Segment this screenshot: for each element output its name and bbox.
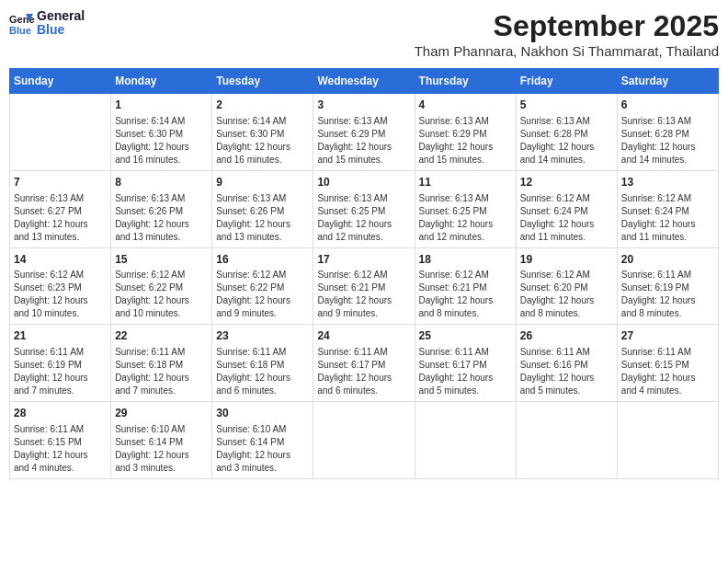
day-number: 17 xyxy=(317,252,410,268)
day-number: 26 xyxy=(520,328,613,344)
calendar-cell: 12Sunrise: 6:12 AM Sunset: 6:24 PM Dayli… xyxy=(516,170,617,247)
day-number: 19 xyxy=(520,252,613,268)
calendar-cell: 11Sunrise: 6:13 AM Sunset: 6:25 PM Dayli… xyxy=(415,170,516,247)
day-info: Sunrise: 6:13 AM Sunset: 6:25 PM Dayligh… xyxy=(419,192,512,244)
calendar-cell: 27Sunrise: 6:11 AM Sunset: 6:15 PM Dayli… xyxy=(617,325,718,402)
day-number: 7 xyxy=(14,175,107,190)
day-number: 3 xyxy=(317,98,410,113)
calendar-subtitle: Tham Phannara, Nakhon Si Thammarat, Thai… xyxy=(415,43,719,59)
day-number: 10 xyxy=(317,175,410,190)
calendar-cell: 3Sunrise: 6:13 AM Sunset: 6:29 PM Daylig… xyxy=(313,94,415,171)
day-info: Sunrise: 6:11 AM Sunset: 6:19 PM Dayligh… xyxy=(14,346,107,397)
header-thursday: Thursday xyxy=(415,69,516,94)
day-number: 14 xyxy=(14,252,107,268)
calendar-cell: 18Sunrise: 6:12 AM Sunset: 6:21 PM Dayli… xyxy=(415,247,516,325)
header-monday: Monday xyxy=(111,69,212,94)
day-info: Sunrise: 6:14 AM Sunset: 6:30 PM Dayligh… xyxy=(216,115,309,167)
day-info: Sunrise: 6:13 AM Sunset: 6:26 PM Dayligh… xyxy=(216,192,309,244)
day-number: 16 xyxy=(216,252,309,268)
day-number: 5 xyxy=(520,98,613,113)
calendar-cell: 8Sunrise: 6:13 AM Sunset: 6:26 PM Daylig… xyxy=(111,170,212,247)
day-info: Sunrise: 6:13 AM Sunset: 6:28 PM Dayligh… xyxy=(520,115,613,167)
day-number: 18 xyxy=(419,252,512,268)
week-row-1: 1Sunrise: 6:14 AM Sunset: 6:30 PM Daylig… xyxy=(10,94,719,171)
day-number: 2 xyxy=(216,98,309,113)
day-info: Sunrise: 6:10 AM Sunset: 6:14 PM Dayligh… xyxy=(115,423,208,475)
day-info: Sunrise: 6:12 AM Sunset: 6:20 PM Dayligh… xyxy=(520,269,613,320)
calendar-cell: 1Sunrise: 6:14 AM Sunset: 6:30 PM Daylig… xyxy=(111,94,212,171)
header-friday: Friday xyxy=(516,69,617,94)
day-info: Sunrise: 6:13 AM Sunset: 6:28 PM Dayligh… xyxy=(621,115,714,167)
day-info: Sunrise: 6:12 AM Sunset: 6:21 PM Dayligh… xyxy=(317,269,410,320)
header-tuesday: Tuesday xyxy=(212,69,313,94)
day-number: 27 xyxy=(621,328,714,344)
calendar-cell: 14Sunrise: 6:12 AM Sunset: 6:23 PM Dayli… xyxy=(10,247,111,325)
day-number: 21 xyxy=(14,328,107,344)
calendar-cell: 26Sunrise: 6:11 AM Sunset: 6:16 PM Dayli… xyxy=(516,325,617,402)
header-saturday: Saturday xyxy=(617,69,718,94)
logo: General Blue General Blue xyxy=(9,9,85,38)
calendar-cell xyxy=(617,402,718,479)
day-number: 13 xyxy=(621,175,714,190)
svg-text:Blue: Blue xyxy=(9,25,31,36)
calendar-cell: 22Sunrise: 6:11 AM Sunset: 6:18 PM Dayli… xyxy=(111,325,212,402)
day-info: Sunrise: 6:13 AM Sunset: 6:25 PM Dayligh… xyxy=(317,192,410,244)
logo-general: General xyxy=(37,9,85,23)
day-info: Sunrise: 6:10 AM Sunset: 6:14 PM Dayligh… xyxy=(216,423,309,475)
day-info: Sunrise: 6:12 AM Sunset: 6:24 PM Dayligh… xyxy=(520,192,613,244)
calendar-cell: 15Sunrise: 6:12 AM Sunset: 6:22 PM Dayli… xyxy=(111,247,212,325)
calendar-cell: 17Sunrise: 6:12 AM Sunset: 6:21 PM Dayli… xyxy=(313,247,415,325)
day-info: Sunrise: 6:12 AM Sunset: 6:21 PM Dayligh… xyxy=(419,269,512,320)
calendar-cell: 13Sunrise: 6:12 AM Sunset: 6:24 PM Dayli… xyxy=(617,170,718,247)
day-number: 29 xyxy=(115,406,208,421)
day-number: 23 xyxy=(216,328,309,344)
day-info: Sunrise: 6:11 AM Sunset: 6:17 PM Dayligh… xyxy=(419,346,512,397)
day-info: Sunrise: 6:11 AM Sunset: 6:15 PM Dayligh… xyxy=(621,346,714,397)
calendar-cell: 5Sunrise: 6:13 AM Sunset: 6:28 PM Daylig… xyxy=(516,94,617,171)
day-number: 11 xyxy=(419,175,512,190)
day-info: Sunrise: 6:11 AM Sunset: 6:15 PM Dayligh… xyxy=(14,423,107,475)
day-info: Sunrise: 6:11 AM Sunset: 6:18 PM Dayligh… xyxy=(216,346,309,397)
day-number: 4 xyxy=(419,98,512,113)
week-row-2: 7Sunrise: 6:13 AM Sunset: 6:27 PM Daylig… xyxy=(10,170,719,247)
day-info: Sunrise: 6:13 AM Sunset: 6:26 PM Dayligh… xyxy=(115,192,208,244)
calendar-cell xyxy=(10,94,111,171)
day-number: 28 xyxy=(14,406,107,421)
days-header-row: SundayMondayTuesdayWednesdayThursdayFrid… xyxy=(10,69,719,94)
day-number: 9 xyxy=(216,175,309,190)
day-number: 30 xyxy=(216,406,309,421)
day-number: 8 xyxy=(115,175,208,190)
calendar-cell: 30Sunrise: 6:10 AM Sunset: 6:14 PM Dayli… xyxy=(212,402,313,479)
calendar-cell: 6Sunrise: 6:13 AM Sunset: 6:28 PM Daylig… xyxy=(617,94,718,171)
day-number: 24 xyxy=(317,328,410,344)
day-number: 1 xyxy=(115,98,208,113)
calendar-cell xyxy=(516,402,617,479)
day-info: Sunrise: 6:13 AM Sunset: 6:29 PM Dayligh… xyxy=(317,115,410,167)
day-number: 20 xyxy=(621,252,714,268)
header-wednesday: Wednesday xyxy=(313,69,415,94)
day-info: Sunrise: 6:13 AM Sunset: 6:27 PM Dayligh… xyxy=(14,192,107,244)
day-info: Sunrise: 6:12 AM Sunset: 6:22 PM Dayligh… xyxy=(216,269,309,320)
day-info: Sunrise: 6:11 AM Sunset: 6:19 PM Dayligh… xyxy=(621,269,714,320)
calendar-cell: 4Sunrise: 6:13 AM Sunset: 6:29 PM Daylig… xyxy=(415,94,516,171)
logo-icon: General Blue xyxy=(9,10,35,36)
calendar-cell: 24Sunrise: 6:11 AM Sunset: 6:17 PM Dayli… xyxy=(313,325,415,402)
day-number: 15 xyxy=(115,252,208,268)
week-row-4: 21Sunrise: 6:11 AM Sunset: 6:19 PM Dayli… xyxy=(10,325,719,402)
calendar-cell: 29Sunrise: 6:10 AM Sunset: 6:14 PM Dayli… xyxy=(111,402,212,479)
calendar-cell: 21Sunrise: 6:11 AM Sunset: 6:19 PM Dayli… xyxy=(10,325,111,402)
calendar-table: SundayMondayTuesdayWednesdayThursdayFrid… xyxy=(9,68,719,479)
calendar-cell: 20Sunrise: 6:11 AM Sunset: 6:19 PM Dayli… xyxy=(617,247,718,325)
day-number: 12 xyxy=(520,175,613,190)
calendar-cell: 7Sunrise: 6:13 AM Sunset: 6:27 PM Daylig… xyxy=(10,170,111,247)
calendar-cell: 9Sunrise: 6:13 AM Sunset: 6:26 PM Daylig… xyxy=(212,170,313,247)
day-info: Sunrise: 6:13 AM Sunset: 6:29 PM Dayligh… xyxy=(419,115,512,167)
day-info: Sunrise: 6:12 AM Sunset: 6:22 PM Dayligh… xyxy=(115,269,208,320)
calendar-cell: 23Sunrise: 6:11 AM Sunset: 6:18 PM Dayli… xyxy=(212,325,313,402)
calendar-cell: 28Sunrise: 6:11 AM Sunset: 6:15 PM Dayli… xyxy=(10,402,111,479)
week-row-5: 28Sunrise: 6:11 AM Sunset: 6:15 PM Dayli… xyxy=(10,402,719,479)
day-number: 6 xyxy=(621,98,714,113)
calendar-cell: 16Sunrise: 6:12 AM Sunset: 6:22 PM Dayli… xyxy=(212,247,313,325)
calendar-cell: 19Sunrise: 6:12 AM Sunset: 6:20 PM Dayli… xyxy=(516,247,617,325)
day-info: Sunrise: 6:11 AM Sunset: 6:18 PM Dayligh… xyxy=(115,346,208,397)
